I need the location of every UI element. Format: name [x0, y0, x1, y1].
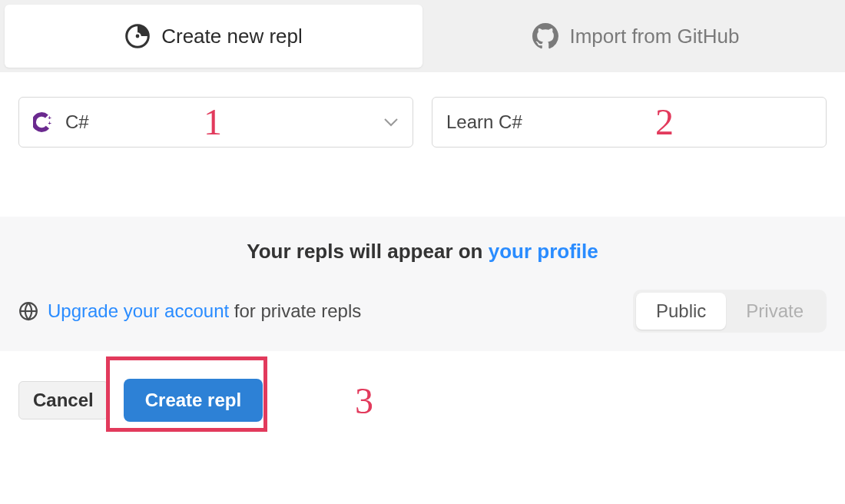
- upgrade-text: Upgrade your account for private repls: [48, 300, 361, 322]
- upgrade-suffix: for private repls: [229, 300, 361, 321]
- tab-import-label: Import from GitHub: [569, 25, 739, 48]
- chevron-down-icon: [383, 111, 399, 133]
- annotation-2: 2: [655, 101, 674, 143]
- repl-name-field[interactable]: 2: [432, 97, 827, 148]
- info-section: Your repls will appear on your profile U…: [0, 217, 845, 351]
- repl-name-input[interactable]: [446, 111, 812, 133]
- info-title: Your repls will appear on your profile: [18, 240, 827, 264]
- upgrade-row: Upgrade your account for private repls P…: [18, 290, 827, 333]
- replit-icon: [124, 23, 151, 49]
- create-repl-button[interactable]: Create repl: [124, 379, 263, 422]
- info-prefix: Your repls will appear on: [247, 240, 488, 263]
- csharp-icon: + +: [33, 111, 55, 133]
- action-row: Cancel Create repl 3: [0, 351, 845, 449]
- visibility-toggle: Public Private: [633, 290, 827, 333]
- tab-create-new-repl[interactable]: Create new repl: [5, 5, 422, 68]
- fields-row: + + C# 1 2: [0, 72, 845, 148]
- upgrade-link[interactable]: Upgrade your account: [48, 300, 229, 321]
- svg-text:+: +: [48, 120, 51, 127]
- tab-import-github[interactable]: Import from GitHub: [427, 0, 845, 72]
- annotation-1: 1: [204, 101, 222, 143]
- svg-point-2: [136, 35, 140, 38]
- your-profile-link[interactable]: your profile: [489, 240, 598, 263]
- annotation-3: 3: [355, 380, 373, 422]
- tab-create-label: Create new repl: [161, 25, 303, 48]
- github-icon: [532, 23, 558, 49]
- private-button[interactable]: Private: [726, 293, 823, 330]
- public-button[interactable]: Public: [636, 293, 726, 330]
- cancel-button[interactable]: Cancel: [18, 381, 108, 419]
- language-select[interactable]: + + C# 1: [18, 97, 413, 148]
- tab-bar: Create new repl Import from GitHub: [0, 0, 845, 72]
- language-name: C#: [65, 111, 89, 133]
- globe-icon: [18, 301, 38, 321]
